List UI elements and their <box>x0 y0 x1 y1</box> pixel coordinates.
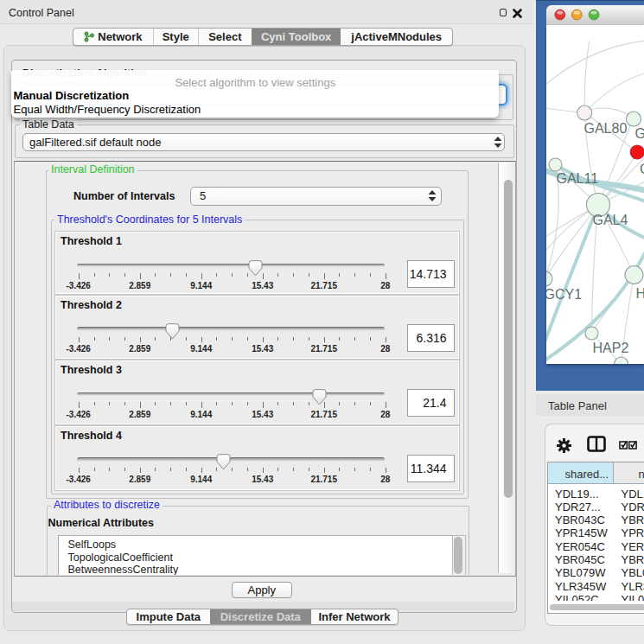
svg-text:GA: GA <box>634 125 644 140</box>
svg-text:C: C <box>640 161 644 175</box>
svg-text:H: H <box>635 285 644 300</box>
svg-text:GAL80: GAL80 <box>583 121 627 136</box>
svg-text:GAL11: GAL11 <box>556 170 598 185</box>
svg-text:GAL4: GAL4 <box>592 213 628 227</box>
svg-text:GCY1: GCY1 <box>546 286 582 301</box>
svg-text:HAP2: HAP2 <box>592 341 628 355</box>
